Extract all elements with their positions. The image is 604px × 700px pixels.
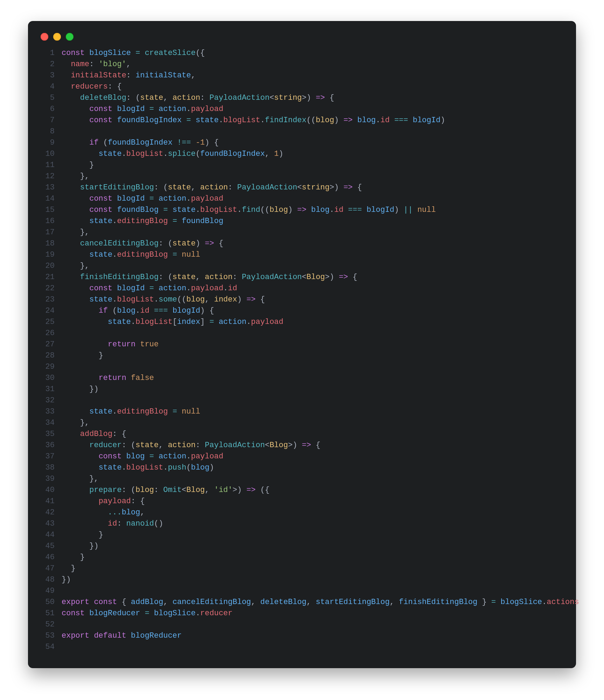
punct: >) [302,93,311,102]
punct: , [126,60,131,69]
id-action: action [159,105,186,113]
kw-const: const [99,452,122,461]
punct: : [108,82,112,91]
op-eq: = [491,598,496,607]
punct: }, [80,418,89,427]
punct: { [353,273,357,282]
punct: { [122,598,126,607]
kw-export: export [62,631,89,640]
punct: ( [112,306,117,315]
prop-payload: payload [99,497,131,506]
punct: }) [89,385,98,394]
punct: ) [237,295,242,304]
prop-id: id [140,306,149,315]
id-state: state [89,250,112,259]
line-number: 8 [50,127,55,136]
kw-const: const [89,206,112,214]
punct: >) [233,486,242,494]
prop-editingblog: editingBlog [117,407,168,416]
line-number: 39 [45,474,55,483]
id-addblog: addBlog [131,598,163,607]
line-number: 5 [50,93,55,102]
punct: : [89,60,94,69]
punct: (( [260,206,269,214]
arrow: => [246,295,255,304]
punct: . [122,150,126,158]
type-omit: Omit [163,486,182,494]
punct: ) [196,239,200,248]
id-index: index [177,318,200,326]
prop-prepare: prepare [89,486,121,494]
line-number: 50 [45,598,55,607]
type-payloadaction: PayloadAction [242,273,302,282]
punct: . [112,250,117,259]
line-number: 47 [45,564,55,573]
op-eq: = [173,407,177,416]
fn-createslice: createSlice [145,49,196,57]
line-number: 4 [50,82,55,91]
punct: . [186,194,191,203]
punct: < [269,93,274,102]
punct: , [265,150,269,158]
punct: { [330,93,334,102]
op-spread: ... [108,508,122,517]
id-blog: blog [311,206,330,214]
punct: . [542,598,547,607]
type-payloadaction: PayloadAction [205,441,265,450]
prop-payload: payload [191,194,223,203]
param-state: state [173,273,196,282]
line-number: 54 [45,643,55,651]
punct: . [246,318,251,326]
punct: >) [325,273,334,282]
punct: { [210,306,214,315]
var-blog: blog [126,452,145,461]
punct: ) [200,306,205,315]
id-blog: blog [122,508,140,517]
zoom-icon [66,33,73,41]
punct: . [135,306,140,315]
var-foundblog: foundBlog [117,206,159,214]
id-blogslice: blogSlice [154,609,196,618]
prop-addblog: addBlog [80,430,112,438]
kw-if: if [99,306,108,315]
punct: , [251,598,255,607]
prop-id: id [334,206,343,214]
op-neqeq: !== [177,138,191,147]
id-blogid: blogId [366,206,394,214]
param-state: state [168,183,191,192]
fn-nanoid: nanoid [126,519,154,528]
id-state: state [108,318,131,326]
punct: , [307,598,311,607]
fn-find: find [242,206,260,214]
punct: . [330,206,334,214]
kw-export: export [62,598,89,607]
punct: { [214,138,219,147]
id-initialstate: initialState [135,71,191,80]
var-blogid: blogId [117,105,145,113]
kw-const: const [89,105,112,113]
punct: ( [196,150,200,158]
punct: . [131,318,135,326]
line-number: 21 [45,273,55,282]
op-eq: = [186,116,191,125]
bool-false: false [131,374,154,382]
punct: . [163,463,168,472]
id-state: state [196,116,219,125]
id-state: state [173,206,196,214]
punct: : [154,486,159,494]
id-deleteblog: deleteBlog [260,598,307,607]
line-number: 6 [50,105,55,113]
line-number: 26 [45,329,55,338]
prop-id: id [108,519,117,528]
punct: . [122,463,126,472]
op-eqeqeq: === [348,206,362,214]
type-payloadaction: PayloadAction [210,93,270,102]
op-eq: = [149,105,154,113]
punct: : [228,183,232,192]
punct: . [112,295,117,304]
id-action: action [219,318,246,326]
param-blog: blog [269,206,288,214]
punct: < [182,486,186,494]
line-number: 40 [45,486,55,494]
line-number: 27 [45,340,55,349]
